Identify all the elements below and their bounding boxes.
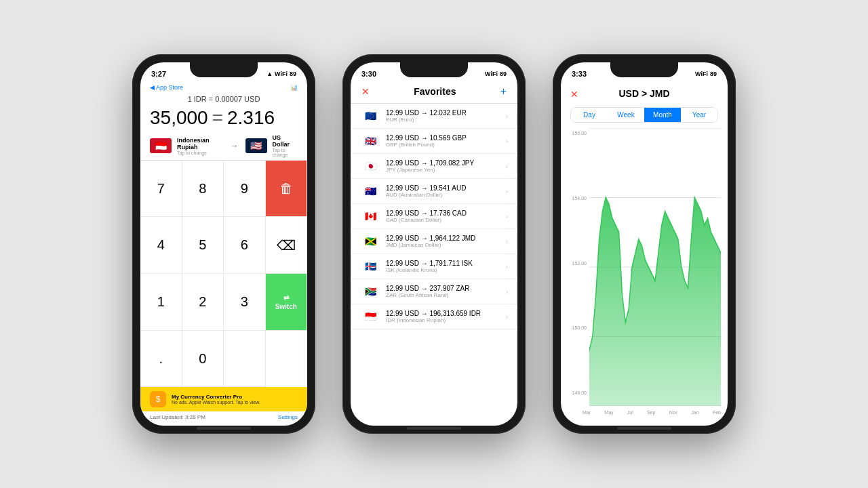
status-icons-2: WiFi 89 xyxy=(485,70,507,77)
fav-item-aud[interactable]: 🇦🇺 12.99 USD → 19.541 AUD AUD (Australia… xyxy=(351,179,517,204)
y-label-152: 152.00 xyxy=(568,261,587,266)
exchange-rate-title: 1 IDR = 0.00007 USD xyxy=(140,94,307,104)
chart-title: USD > JMD xyxy=(570,85,718,103)
from-tap-label: Tap to change xyxy=(177,150,224,155)
eur-text: 12.99 USD → 12.032 EUR EUR (Euro) xyxy=(386,109,500,123)
output-display: 2.316 xyxy=(227,107,275,129)
x-label-nov: Nov xyxy=(669,410,677,415)
chevron-right-icon-2: › xyxy=(506,138,508,145)
home-indicator-1 xyxy=(197,427,251,430)
eur-label: EUR (Euro) xyxy=(386,117,500,123)
tab-month[interactable]: Month xyxy=(644,108,681,122)
chart-icon[interactable]: 📊 xyxy=(290,84,298,91)
chart-svg xyxy=(589,128,721,406)
close-icon[interactable]: ✕ xyxy=(361,86,370,97)
fav-item-zar[interactable]: 🇿🇦 12.99 USD → 237.907 ZAR ZAR (South Af… xyxy=(351,279,517,304)
chart-plot xyxy=(589,128,721,406)
delete-button[interactable]: 🗑 xyxy=(266,161,308,217)
display-area: 35,000 = 2.316 xyxy=(140,104,307,131)
key-7[interactable]: 7 xyxy=(140,161,182,217)
key-empty xyxy=(224,331,266,387)
tab-day[interactable]: Day xyxy=(571,108,608,122)
last-updated: Last Updated: 3:26 PM xyxy=(150,414,205,420)
promo-banner[interactable]: $ My Currency Converter Pro No ads. Appl… xyxy=(140,387,307,411)
fav-item-jpy[interactable]: 🇯🇵 12.99 USD → 1,709.082 JPY JPY (Japane… xyxy=(351,154,517,179)
home-indicator-2 xyxy=(407,427,461,430)
add-icon[interactable]: + xyxy=(500,85,507,98)
key-1[interactable]: 1 xyxy=(140,274,182,331)
chevron-right-icon-9: › xyxy=(506,313,508,321)
key-dot[interactable]: . xyxy=(140,331,182,387)
favorites-header: ✕ Favorites + xyxy=(351,83,517,104)
notch-1 xyxy=(190,62,258,77)
idr-conversion: 12.99 USD → 196,313.659 IDR xyxy=(386,310,500,317)
tab-year[interactable]: Year xyxy=(681,108,717,122)
keypad: 7 8 9 🗑 4 5 6 ⌫ 1 2 3 ⇄ Switch . 0 xyxy=(140,160,307,387)
chevron-right-icon-5: › xyxy=(506,213,508,220)
y-label-148: 148.00 xyxy=(568,390,587,395)
switch-label: Switch xyxy=(275,303,297,310)
isk-flag: 🇮🇸 xyxy=(360,260,380,273)
key-5[interactable]: 5 xyxy=(182,217,224,274)
chevron-right-icon-6: › xyxy=(506,238,508,245)
isk-text: 12.99 USD → 1,791.711 ISK ISK (Icelandic… xyxy=(386,260,500,273)
jpy-label: JPY (Japanese Yen) xyxy=(386,167,500,173)
zar-conversion: 12.99 USD → 237.907 ZAR xyxy=(386,285,500,292)
from-currency-info[interactable]: Indonesian Rupiah Tap to change xyxy=(177,137,224,155)
phones-container: 3:27 ▲ WiFi 89 ◀ App Store 📊 1 IDR = 0.0… xyxy=(132,54,736,434)
key-9[interactable]: 9 xyxy=(224,161,266,217)
currency-pair: 🇮🇩 Indonesian Rupiah Tap to change → 🇺🇸 … xyxy=(140,131,307,160)
key-2[interactable]: 2 xyxy=(182,274,224,331)
settings-link[interactable]: Settings xyxy=(278,414,298,420)
key-3[interactable]: 3 xyxy=(224,274,266,331)
from-currency-name: Indonesian Rupiah xyxy=(177,137,224,150)
tab-week[interactable]: Week xyxy=(608,108,644,122)
back-nav-1[interactable]: ◀ App Store 📊 xyxy=(140,83,307,94)
eur-flag: 🇪🇺 xyxy=(360,109,380,123)
jmd-text: 12.99 USD → 1,964.122 JMD JMD (Jamaican … xyxy=(386,235,500,248)
fav-item-gbp[interactable]: 🇬🇧 12.99 USD → 10.569 GBP GBP (British P… xyxy=(351,129,517,154)
zar-flag: 🇿🇦 xyxy=(360,285,380,298)
jmd-flag: 🇯🇲 xyxy=(360,235,380,248)
fav-item-isk[interactable]: 🇮🇸 12.99 USD → 1,791.711 ISK ISK (Icelan… xyxy=(351,254,517,279)
fav-item-jmd[interactable]: 🇯🇲 12.99 USD → 1,964.122 JMD JMD (Jamaic… xyxy=(351,229,517,254)
aud-conversion: 12.99 USD → 19.541 AUD xyxy=(386,184,500,192)
chart-y-axis: 156.00 154.00 152.00 150.00 148.00 xyxy=(568,128,589,406)
fav-item-eur[interactable]: 🇪🇺 12.99 USD → 12.032 EUR EUR (Euro) › xyxy=(351,104,517,129)
x-label-jul: Jul xyxy=(627,410,633,415)
banner-subtitle: No ads. Apple Watch support. Tap to view… xyxy=(172,400,260,405)
eur-conversion: 12.99 USD → 12.032 EUR xyxy=(386,109,500,117)
backspace-button[interactable]: ⌫ xyxy=(266,217,308,274)
aud-flag: 🇦🇺 xyxy=(360,184,380,198)
fav-item-cad[interactable]: 🇨🇦 12.99 USD → 17.736 CAD CAD (Canadian … xyxy=(351,204,517,229)
notch-3 xyxy=(610,62,678,77)
back-button[interactable]: ◀ App Store xyxy=(150,84,183,91)
cad-label: CAD (Canadian Dollar) xyxy=(386,217,500,223)
phone-1-screen: 3:27 ▲ WiFi 89 ◀ App Store 📊 1 IDR = 0.0… xyxy=(140,62,307,426)
favorites-title: Favorites xyxy=(414,86,456,97)
to-tap-label: Tap to change xyxy=(273,148,298,157)
from-flag: 🇮🇩 xyxy=(150,138,172,153)
dollar-icon: $ xyxy=(150,391,166,407)
swap-arrow-icon: → xyxy=(231,141,239,150)
switch-button[interactable]: ⇄ Switch xyxy=(266,274,308,331)
equals-sign: = xyxy=(212,107,223,129)
banner-text-area: My Currency Converter Pro No ads. Apple … xyxy=(172,394,260,405)
banner-title: My Currency Converter Pro xyxy=(172,394,260,400)
to-currency-info[interactable]: US Dollar Tap to change xyxy=(273,134,298,157)
fav-item-idr[interactable]: 🇮🇩 12.99 USD → 196,313.659 IDR IDR (Indo… xyxy=(351,304,517,329)
close-chart-icon[interactable]: ✕ xyxy=(570,89,578,100)
chart-x-axis: Mar May Jul Sep Nov Jan Feb xyxy=(583,409,721,415)
jpy-text: 12.99 USD → 1,709.082 JPY JPY (Japanese … xyxy=(386,159,500,173)
y-label-150: 150.00 xyxy=(568,325,587,330)
time-period-tabs: Day Week Month Year xyxy=(570,107,718,123)
key-0[interactable]: 0 xyxy=(182,331,224,387)
chart-fill xyxy=(589,198,721,407)
key-8[interactable]: 8 xyxy=(182,161,224,217)
key-6[interactable]: 6 xyxy=(224,217,266,274)
gbp-label: GBP (British Pound) xyxy=(386,142,500,148)
idr-flag: 🇮🇩 xyxy=(360,310,380,323)
key-4[interactable]: 4 xyxy=(140,217,182,274)
notch-2 xyxy=(400,62,468,77)
zar-label: ZAR (South African Rand) xyxy=(386,292,500,298)
